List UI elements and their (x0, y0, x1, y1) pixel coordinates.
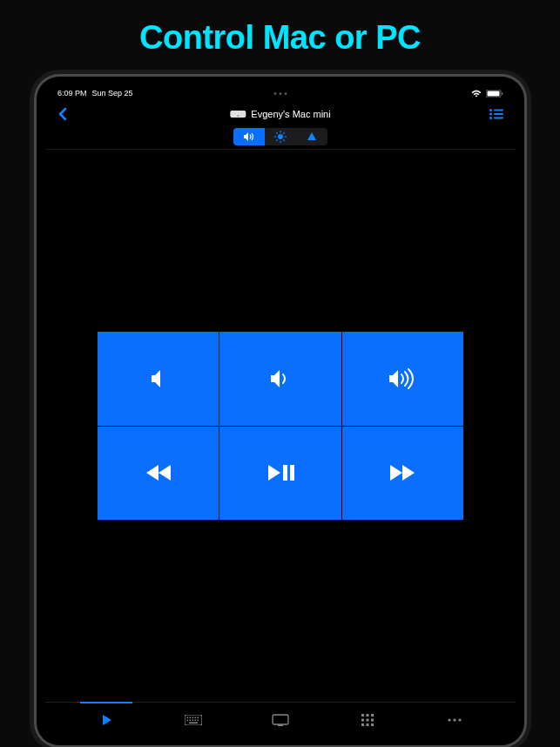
tab-play[interactable] (63, 703, 150, 737)
svg-line-14 (276, 132, 277, 133)
svg-rect-2 (502, 92, 503, 95)
main-area (45, 150, 516, 702)
wifi-icon (471, 90, 482, 98)
nav-title: Evgeny's Mac mini (230, 109, 330, 119)
svg-rect-35 (367, 714, 369, 717)
svg-rect-23 (192, 717, 194, 718)
marketing-title: Control Mac or PC (0, 0, 560, 72)
battery-icon (486, 90, 503, 98)
status-bar: 6:09 PM Sun Sep 25 (45, 85, 516, 101)
mute-button[interactable] (98, 332, 219, 426)
svg-rect-30 (198, 719, 199, 721)
svg-rect-34 (361, 714, 364, 717)
svg-point-45 (458, 718, 461, 721)
svg-rect-40 (361, 723, 364, 726)
tab-bar (45, 702, 516, 737)
svg-rect-1 (488, 91, 500, 96)
segment-brightness[interactable] (265, 128, 296, 145)
svg-line-15 (284, 139, 285, 140)
svg-point-43 (448, 718, 450, 721)
segment-cursor[interactable] (296, 128, 327, 145)
rewind-button[interactable] (98, 427, 219, 521)
play-pause-button[interactable] (219, 427, 341, 521)
svg-rect-21 (187, 717, 189, 718)
svg-rect-27 (190, 719, 192, 721)
tab-apps[interactable] (324, 703, 411, 737)
svg-line-16 (276, 139, 277, 140)
svg-point-7 (489, 117, 492, 119)
nav-bar: Evgeny's Mac mini (45, 101, 516, 127)
svg-rect-37 (361, 718, 364, 721)
forward-button[interactable] (342, 427, 463, 521)
svg-rect-29 (195, 719, 197, 721)
device-name: Evgeny's Mac mini (251, 109, 330, 119)
svg-rect-31 (189, 722, 198, 723)
svg-rect-19 (290, 465, 294, 481)
svg-rect-32 (273, 715, 288, 724)
tab-keyboard[interactable] (150, 703, 237, 737)
tab-display[interactable] (237, 703, 324, 737)
volume-up-button[interactable] (342, 332, 463, 426)
svg-rect-6 (494, 113, 503, 115)
svg-line-17 (284, 132, 285, 133)
mac-mini-icon (230, 111, 246, 118)
svg-point-3 (489, 109, 492, 111)
svg-rect-4 (494, 110, 503, 111)
ipad-frame: 6:09 PM Sun Sep 25 Evgeny's Mac (37, 77, 524, 745)
svg-rect-8 (494, 118, 503, 119)
list-button[interactable] (489, 109, 503, 119)
svg-point-9 (278, 134, 283, 139)
svg-rect-38 (367, 718, 369, 721)
status-date: Sun Sep 25 (92, 89, 133, 98)
svg-rect-22 (190, 717, 192, 718)
svg-point-5 (489, 113, 492, 116)
svg-rect-36 (371, 714, 374, 717)
status-multitask-dots[interactable] (274, 92, 287, 95)
svg-rect-42 (371, 723, 374, 726)
svg-point-44 (453, 718, 455, 721)
svg-rect-26 (187, 719, 189, 721)
segment-control (45, 127, 516, 150)
svg-rect-18 (283, 465, 287, 481)
svg-rect-41 (367, 723, 369, 726)
ipad-screen: 6:09 PM Sun Sep 25 Evgeny's Mac (45, 85, 516, 737)
control-grid (98, 332, 463, 520)
svg-rect-24 (195, 717, 197, 718)
svg-rect-39 (371, 718, 374, 721)
segment-volume[interactable] (233, 128, 265, 145)
back-button[interactable] (57, 107, 67, 121)
svg-rect-28 (192, 719, 194, 721)
tab-more[interactable] (411, 703, 498, 737)
status-time: 6:09 PM (57, 89, 87, 98)
svg-rect-25 (198, 717, 199, 718)
svg-rect-33 (278, 724, 283, 726)
volume-down-button[interactable] (219, 332, 341, 426)
